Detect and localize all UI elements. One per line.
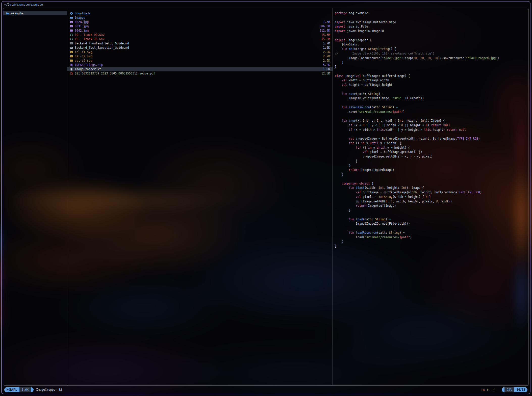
file-name: SBI_0032013739_2023_DE05_0003155631Invoi… [75, 72, 155, 75]
file-row[interactable]: 0042.jpg212.9K [67, 28, 333, 33]
header-bar: ~/Data/example/example [2, 2, 530, 8]
code-line: object ImageCropper { [335, 38, 527, 43]
code-line: fun save(path: String) = [335, 92, 527, 96]
file-permissions: -rw-r--r-- [479, 388, 498, 391]
folder-icon [6, 12, 9, 15]
code-line: val croppedImage = BufferedImage(width, … [335, 137, 527, 141]
code-line: val height = buffImage.height [335, 83, 527, 87]
file-row[interactable]: cal-c1.svg2.9K [67, 50, 333, 54]
cwd-path: ~/Data/example/example [4, 3, 43, 6]
markdown-icon [70, 42, 73, 45]
file-row[interactable]: 15 - Track 15.wav15.3M [67, 37, 333, 41]
image-icon [70, 25, 73, 28]
code-line [335, 34, 527, 38]
file-name: 0031.jpg [75, 24, 89, 28]
folder-download-icon [70, 12, 73, 15]
file-row[interactable]: 09 - Track 09.wav15.3M [67, 33, 333, 37]
status-bar: NORMAL 1.6K ImageCropper.kt -rw-r--r-- 9… [4, 387, 527, 392]
file-row[interactable]: cal-c3.svg2.9K [67, 58, 333, 63]
file-row[interactable]: 0028.jpg1.3M [67, 20, 333, 24]
file-size: 5.2K [323, 63, 330, 67]
code-line: companion object { [335, 181, 527, 186]
code-line: return Image(croppedImage) [335, 168, 527, 172]
file-row[interactable]: Backend_Test_Execution_Guide.md1.3K [67, 45, 333, 50]
code-line: import javax.imageio.ImageIO [335, 29, 527, 34]
code-line [335, 87, 527, 92]
code-line: val width = buffImage.width [335, 78, 527, 83]
code-line [335, 16, 527, 20]
file-icon [70, 68, 73, 71]
parent-directory-item[interactable]: example [3, 11, 67, 15]
file-size: 2.9K [323, 55, 330, 58]
image-icon [70, 59, 73, 62]
status-bar-left: NORMAL 1.6K ImageCropper.kt [4, 387, 62, 392]
code-line: } [335, 65, 527, 69]
file-name: IDEAsettings.zip [75, 63, 103, 67]
code-line: import java.io.File [335, 24, 527, 29]
code-line: load("src/main/resources/$path") [335, 235, 527, 240]
file-manager-panes: example DownloadsImages0028.jpg1.3M0031.… [3, 8, 529, 386]
image-icon [70, 50, 73, 54]
terminal-window: ~/Data/example/example example Downloads… [1, 1, 530, 394]
file-row[interactable]: SBI_0032013739_2023_DE05_0003155631Invoi… [67, 71, 333, 75]
code-line [335, 132, 527, 137]
file-size: 2.9K [323, 50, 330, 54]
status-bar-right: -rw-r--r-- 93% 14/15 [479, 387, 527, 392]
image-icon [70, 55, 73, 58]
file-row[interactable]: ImageCropper.kt1.6K [67, 67, 333, 71]
code-line: for (i in x until x + width) { [335, 141, 527, 146]
file-name: cal-c3.svg [75, 59, 92, 62]
file-size: 1.3K [323, 46, 330, 49]
file-row[interactable]: Downloads [67, 11, 333, 15]
code-line: } [335, 159, 527, 164]
file-row[interactable]: 0031.jpg586.3K [67, 24, 333, 28]
file-row[interactable]: IDEAsettings.zip5.2K [67, 63, 333, 67]
powerline-separator-icon [31, 387, 34, 392]
code-line: } [335, 164, 527, 168]
file-preview-pane: package org.exampleimport java.awt.image… [333, 8, 528, 385]
code-line: Image.loadResource("black.jpg").crop(50,… [335, 56, 527, 61]
code-line: @JvmStatic [335, 42, 527, 47]
file-size: 15.3M [321, 37, 330, 41]
file-name: 15 - Track 15.wav [75, 37, 105, 41]
cursor-position: 14/15 [514, 387, 527, 392]
file-row[interactable]: cal-c2.svg2.9K [67, 54, 333, 58]
code-line: if (x + width > this.width || y + height… [335, 128, 527, 132]
file-name: Downloads [75, 12, 90, 15]
code-line: } [335, 208, 527, 213]
code-line: import java.awt.image.BufferedImage [335, 20, 527, 25]
zip-icon [70, 63, 73, 66]
code-line: package org.example [335, 11, 527, 16]
file-size: 586.3K [319, 24, 330, 28]
code-line: } [335, 172, 527, 177]
file-size: 1.3M [323, 20, 330, 24]
image-icon [70, 20, 73, 23]
code-line: if (x < 0 || y < 0 || width < 0 || heigh… [335, 123, 527, 128]
file-row[interactable]: Backend_Frontend_Setup_Guide.md1.7K [67, 41, 333, 45]
parent-directory-name: example [11, 12, 23, 15]
file-size: 1.6K [323, 67, 330, 71]
code-line [335, 177, 527, 181]
code-line: return Image(buffImage) [335, 204, 527, 208]
code-line: } [335, 244, 527, 249]
markdown-icon [70, 46, 73, 49]
code-line: ImageIO.write(buffImage, "JPG", File(pat… [335, 96, 527, 101]
pdf-icon [70, 72, 73, 75]
code-line: fun saveResource(path: String) = [335, 105, 527, 110]
file-name: cal-c2.svg [75, 55, 92, 58]
code-line: val buffImage = BufferedImage(width, hei… [335, 190, 527, 195]
powerline-separator-icon [502, 387, 504, 392]
file-name: 09 - Track 09.wav [75, 33, 105, 37]
file-name: Backend_Test_Execution_Guide.md [75, 46, 129, 49]
code-line: fun crop(x: Int, y: Int, width: Int, hei… [335, 119, 527, 123]
code-line: val pixel = buffImage.getRGB(i, j) [335, 150, 527, 154]
code-line: } [335, 240, 527, 244]
code-line [335, 69, 527, 74]
file-size: 212.9K [319, 29, 330, 32]
code-line: fun loadResource(path: String) = [335, 231, 527, 235]
file-row[interactable]: Images [67, 15, 333, 20]
mode-badge: NORMAL [4, 387, 19, 392]
code-line: save("src/main/resources/$path") [335, 110, 527, 114]
file-size: 15.3M [321, 33, 330, 37]
file-size: 2.9K [323, 59, 330, 62]
